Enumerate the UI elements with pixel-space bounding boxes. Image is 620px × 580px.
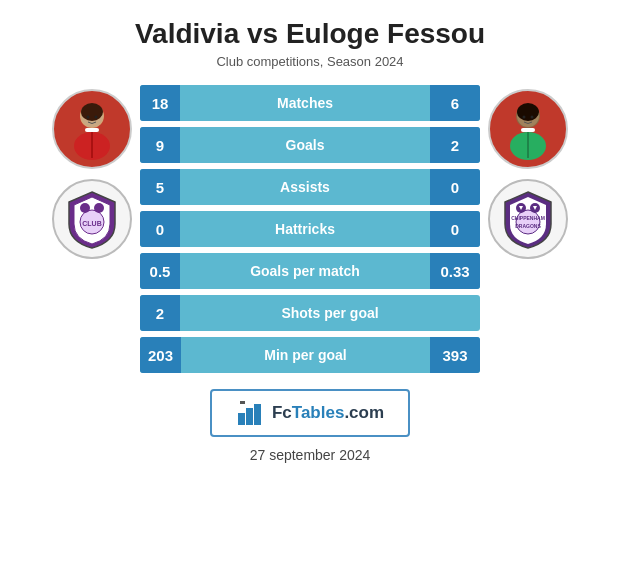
stat-label-0: Matches — [180, 95, 430, 111]
stat-left-value-4: 0.5 — [140, 253, 180, 289]
club-right-avatar: CHIPPENHAM DRAGONS — [488, 179, 568, 259]
svg-point-16 — [523, 116, 526, 119]
page-title: Valdivia vs Euloge Fessou — [135, 18, 485, 50]
svg-text:CHIPPENHAM: CHIPPENHAM — [511, 215, 545, 221]
stat-left-value-2: 5 — [140, 169, 180, 205]
stat-left-value-0: 18 — [140, 85, 180, 121]
stats-panel: 18Matches69Goals25Assists00Hattricks00.5… — [140, 85, 480, 373]
club-right-svg: CHIPPENHAM DRAGONS — [493, 184, 563, 254]
svg-point-4 — [87, 116, 90, 119]
svg-point-15 — [517, 103, 539, 121]
stat-label-5: Shots per goal — [180, 305, 480, 321]
svg-rect-26 — [246, 408, 253, 425]
svg-rect-18 — [521, 128, 535, 132]
stat-row-3: 0Hattricks0 — [140, 211, 480, 247]
player-right-avatar — [488, 89, 568, 169]
svg-text:DRAGONS: DRAGONS — [515, 223, 541, 229]
fctables-banner: FcTables.com — [210, 389, 410, 437]
stat-right-value-3: 0 — [430, 211, 480, 247]
stat-row-0: 18Matches6 — [140, 85, 480, 121]
fctables-text: FcTables.com — [272, 403, 384, 423]
stat-row-6: 203Min per goal393 — [140, 337, 480, 373]
left-avatars: CLUB — [52, 89, 132, 259]
stat-label-4: Goals per match — [180, 263, 430, 279]
stat-left-value-3: 0 — [140, 211, 180, 247]
svg-text:CLUB: CLUB — [82, 220, 101, 227]
club-left-avatar: CLUB — [52, 179, 132, 259]
svg-rect-6 — [85, 128, 99, 132]
svg-point-10 — [80, 203, 90, 213]
stat-right-value-0: 6 — [430, 85, 480, 121]
svg-point-20 — [516, 210, 540, 234]
stat-row-2: 5Assists0 — [140, 169, 480, 205]
stat-right-value-6: 393 — [430, 337, 480, 373]
footer-date: 27 september 2024 — [250, 447, 371, 463]
player-left-avatar-svg — [57, 94, 127, 164]
right-avatars: CHIPPENHAM DRAGONS — [488, 89, 568, 259]
page-subtitle: Club competitions, Season 2024 — [216, 54, 403, 69]
stat-right-value-1: 2 — [430, 127, 480, 163]
stat-label-2: Assists — [180, 179, 430, 195]
svg-point-5 — [95, 116, 98, 119]
svg-point-17 — [531, 116, 534, 119]
stat-right-value-4: 0.33 — [430, 253, 480, 289]
stat-left-value-1: 9 — [140, 127, 180, 163]
stat-label-6: Min per goal — [181, 347, 430, 363]
svg-rect-25 — [238, 413, 245, 425]
fctables-logo-icon — [236, 399, 264, 427]
stat-row-1: 9Goals2 — [140, 127, 480, 163]
stat-row-4: 0.5Goals per match0.33 — [140, 253, 480, 289]
stat-row-5: 2Shots per goal — [140, 295, 480, 331]
page: Valdivia vs Euloge Fessou Club competiti… — [0, 0, 620, 580]
svg-point-3 — [81, 103, 103, 121]
stat-left-value-6: 203 — [140, 337, 181, 373]
player-left-avatar — [52, 89, 132, 169]
svg-rect-28 — [240, 401, 245, 404]
stat-label-3: Hattricks — [180, 221, 430, 237]
svg-point-11 — [94, 203, 104, 213]
stat-left-value-5: 2 — [140, 295, 180, 331]
club-left-svg: CLUB — [57, 184, 127, 254]
player-right-avatar-svg — [493, 94, 563, 164]
stat-right-value-2: 0 — [430, 169, 480, 205]
stat-label-1: Goals — [180, 137, 430, 153]
svg-rect-27 — [254, 404, 261, 425]
comparison-area: CLUB 18Matches69Goals25Assists00Hattrick… — [10, 85, 610, 373]
